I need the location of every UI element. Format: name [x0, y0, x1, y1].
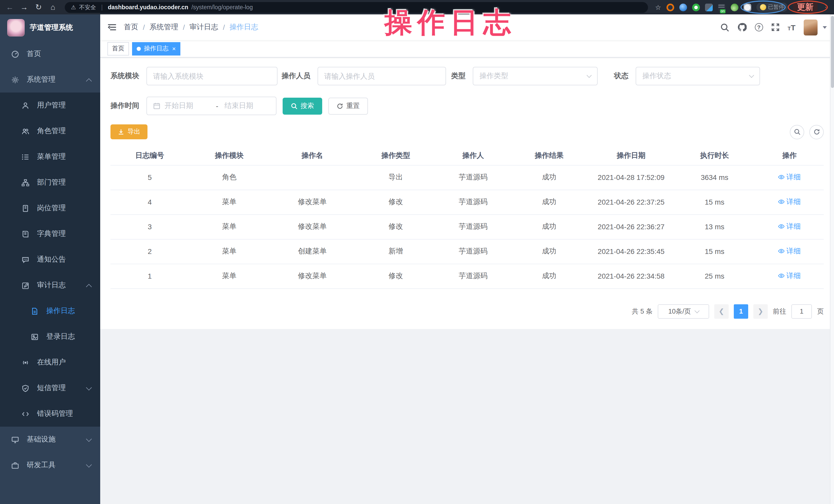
- refresh-button[interactable]: [809, 125, 824, 139]
- breadcrumb-audit[interactable]: 审计日志: [190, 23, 218, 32]
- prev-page-button[interactable]: ❮: [714, 304, 729, 319]
- back-icon[interactable]: ←: [5, 0, 15, 15]
- org-tree-icon: [21, 179, 30, 186]
- chevron-down-icon: [694, 308, 699, 313]
- col-log-id: 日志编号: [110, 147, 189, 165]
- ext-green-v-icon[interactable]: [692, 3, 700, 11]
- avatar[interactable]: [804, 19, 817, 35]
- sidebar-item-role-mgmt[interactable]: 角色管理: [0, 118, 100, 144]
- scrollbar-thumb[interactable]: [831, 16, 834, 88]
- tags-view: 首页 操作日志 ×: [100, 40, 834, 58]
- tag-operate-log[interactable]: 操作日志 ×: [132, 42, 180, 55]
- end-date-placeholder: 结束日期: [224, 101, 270, 111]
- sidebar-item-audit-log[interactable]: 审计日志: [0, 272, 100, 298]
- breadcrumb-home[interactable]: 首页: [124, 23, 138, 32]
- operator-input[interactable]: [317, 67, 446, 85]
- help-icon[interactable]: ?: [754, 23, 763, 31]
- roles-icon: [21, 127, 30, 135]
- font-size-icon[interactable]: TT: [788, 23, 795, 31]
- chrome-update-button[interactable]: 更新: [793, 3, 817, 12]
- sidebar-item-user-mgmt[interactable]: 用户管理: [0, 92, 100, 118]
- ext-switch-on-icon[interactable]: on: [718, 3, 725, 11]
- goto-page-input[interactable]: [791, 304, 812, 319]
- col-duration: 执行时长: [674, 147, 755, 165]
- github-icon[interactable]: [737, 23, 746, 32]
- forward-icon[interactable]: →: [20, 0, 29, 15]
- on-badge: on: [720, 9, 726, 13]
- chevron-down-icon: [86, 462, 92, 468]
- hamburger-icon[interactable]: [107, 23, 117, 31]
- col-name: 操作名: [269, 147, 355, 165]
- sidebar-item-online-users[interactable]: 在线用户: [0, 350, 100, 375]
- sidebar-item-dict-mgmt[interactable]: 字典管理: [0, 221, 100, 247]
- detail-link[interactable]: 详细: [778, 247, 801, 256]
- sidebar-item-home[interactable]: 首页: [0, 41, 100, 67]
- app-title: 芋道管理系统: [30, 23, 73, 32]
- date-range-picker[interactable]: 开始日期 - 结束日期: [147, 96, 277, 115]
- sidebar-item-sms-mgmt[interactable]: 短信管理: [0, 375, 100, 401]
- search-icon[interactable]: [720, 23, 729, 31]
- browser-menu-icon[interactable]: ⋮: [823, 4, 829, 11]
- sidebar-item-error-code-mgmt[interactable]: 错误码管理: [0, 401, 100, 426]
- breadcrumb-system[interactable]: 系统管理: [150, 23, 178, 32]
- export-button[interactable]: 导出: [110, 125, 148, 139]
- active-dot: [137, 46, 141, 51]
- bookmark-star-icon[interactable]: ☆: [655, 3, 661, 11]
- chevron-up-icon: [86, 79, 92, 84]
- sidebar-item-operate-log[interactable]: 操作日志: [0, 298, 100, 324]
- document-icon: [30, 307, 39, 315]
- browser-toolbar: ← → ↻ ⌂ ⚠ 不安全 | dashboard.yudao.iocoder.…: [0, 0, 834, 15]
- fullscreen-icon[interactable]: [771, 23, 779, 31]
- ext-translate-icon[interactable]: [705, 3, 712, 11]
- detail-link[interactable]: 详细: [778, 173, 801, 182]
- scrollbar[interactable]: [830, 15, 834, 504]
- ext-puzzle-icon[interactable]: [743, 3, 751, 11]
- ext-drop-icon[interactable]: [679, 3, 687, 11]
- reset-button[interactable]: 重置: [328, 97, 368, 114]
- ext-shield-icon[interactable]: [666, 3, 674, 11]
- url-path: /system/log/operate-log: [192, 4, 253, 10]
- table-header-row: 日志编号 操作模块 操作名 操作类型 操作人 操作结果 操作日期 执行时长 操作: [110, 147, 824, 165]
- sidebar-item-login-log[interactable]: 登录日志: [0, 324, 100, 350]
- sidebar-item-dept-mgmt[interactable]: 部门管理: [0, 170, 100, 195]
- time-label: 操作时间: [110, 101, 139, 111]
- ext-leaf-icon[interactable]: [730, 3, 738, 11]
- table-row: 2菜单创建菜单新增芋道源码成功2021-04-26 22:35:4515 ms …: [110, 239, 824, 264]
- close-icon[interactable]: ×: [172, 45, 176, 52]
- start-date-placeholder: 开始日期: [164, 101, 210, 111]
- tag-home[interactable]: 首页: [107, 42, 129, 55]
- page-size-select[interactable]: 10条/页: [658, 304, 709, 319]
- profile-paused-chip[interactable]: 已暂停: [756, 3, 788, 12]
- module-input[interactable]: [147, 67, 278, 85]
- page-1-button[interactable]: 1: [734, 304, 748, 319]
- sidebar-item-menu-mgmt[interactable]: 菜单管理: [0, 144, 100, 170]
- operator-label: 操作人员: [282, 71, 310, 81]
- next-page-button[interactable]: ❯: [753, 304, 768, 319]
- show-search-button[interactable]: [790, 125, 804, 139]
- detail-link[interactable]: 详细: [778, 271, 801, 281]
- app-logo[interactable]: 芋道管理系统: [0, 15, 100, 41]
- col-actions: 操作: [755, 147, 824, 165]
- col-result: 操作结果: [510, 147, 588, 165]
- chevron-down-icon: [749, 73, 754, 78]
- sidebar-item-dev-tools[interactable]: 研发工具: [0, 452, 100, 478]
- viewport: ← → ↻ ⌂ ⚠ 不安全 | dashboard.yudao.iocoder.…: [0, 0, 834, 504]
- home-icon[interactable]: ⌂: [48, 0, 58, 15]
- sidebar-item-system-mgmt[interactable]: 系统管理: [0, 67, 100, 92]
- list-icon: [21, 153, 30, 161]
- sidebar-item-post-mgmt[interactable]: 岗位管理: [0, 195, 100, 221]
- type-select[interactable]: 操作类型: [473, 67, 598, 85]
- sidebar-item-infrastructure[interactable]: 基础设施: [0, 426, 100, 452]
- search-button[interactable]: 搜索: [283, 97, 322, 114]
- avatar-caret-icon[interactable]: [823, 26, 827, 28]
- table-row: 5角色导出芋道源码成功2021-04-28 17:52:093634 ms 详细: [110, 165, 824, 190]
- gear-icon: [10, 76, 20, 84]
- detail-link[interactable]: 详细: [778, 222, 801, 231]
- sidebar-item-notice[interactable]: 通知公告: [0, 247, 100, 272]
- detail-link[interactable]: 详细: [778, 197, 801, 206]
- status-select[interactable]: 操作状态: [636, 67, 760, 85]
- address-bar[interactable]: ⚠ 不安全 | dashboard.yudao.iocoder.cn/syste…: [65, 2, 648, 13]
- reload-icon[interactable]: ↻: [34, 0, 43, 15]
- address-divider: |: [101, 4, 103, 10]
- user-icon: [21, 102, 30, 109]
